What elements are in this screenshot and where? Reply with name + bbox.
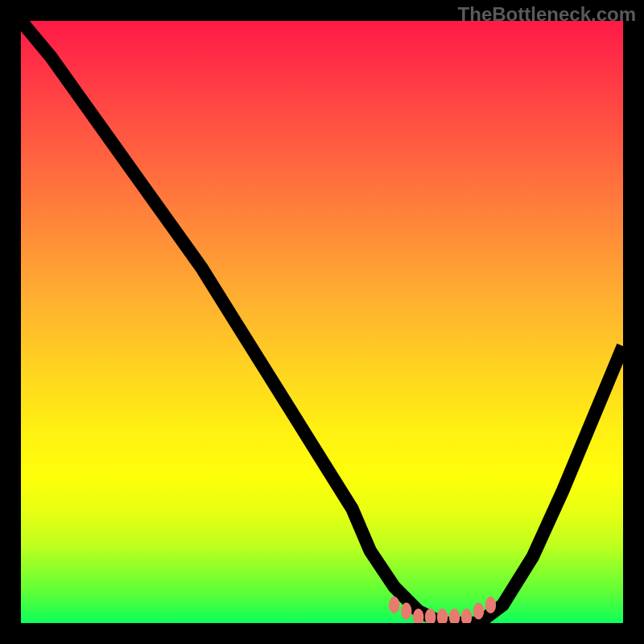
plot-area — [21, 21, 623, 623]
marker-dot — [389, 597, 399, 613]
marker-dot — [437, 609, 448, 623]
marker-dot — [449, 609, 460, 623]
marker-dot — [401, 603, 411, 620]
marker-dot — [485, 597, 496, 613]
watermark-text: TheBottleneck.com — [458, 3, 636, 26]
marker-dot — [473, 603, 484, 620]
chart-frame: TheBottleneck.com — [0, 0, 644, 644]
curve-layer — [21, 21, 623, 623]
bottleneck-curve — [21, 21, 623, 623]
marker-dot — [461, 609, 472, 623]
